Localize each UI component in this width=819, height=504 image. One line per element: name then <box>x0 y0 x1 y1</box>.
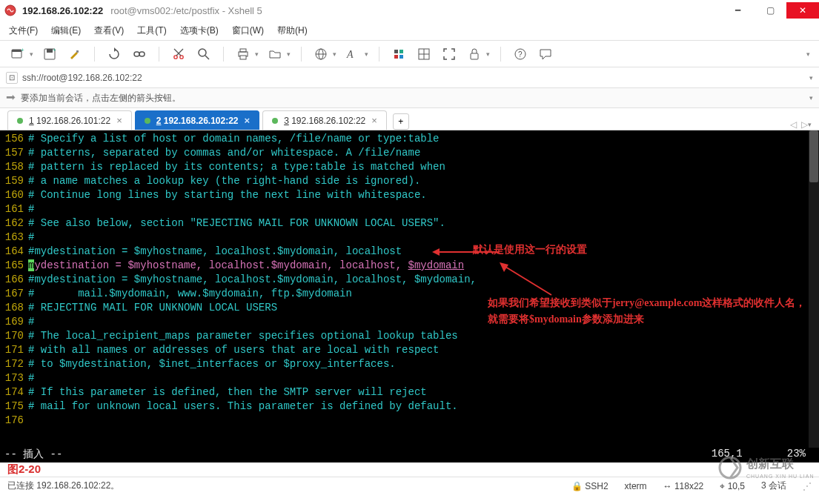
color-icon[interactable] <box>390 45 408 63</box>
status-dot-icon <box>272 118 278 124</box>
title-bar: 192.168.26.102:22 root@vms002:/etc/postf… <box>0 0 819 21</box>
title-path: root@vms002:/etc/postfix - Xshell 5 <box>110 5 262 16</box>
status-bar: 已连接 192.168.26.102:22。 🔒 SSH2 xterm ↔ 11… <box>0 477 819 494</box>
menu-help[interactable]: 帮助(H) <box>277 24 308 37</box>
tabs-next-icon[interactable]: ▷ <box>801 119 808 130</box>
hint-bar: ⮕ 要添加当前会话，点击左侧的箭头按钮。 ▾ <box>0 87 819 108</box>
toolbar-overflow[interactable]: ▾ <box>806 50 810 58</box>
svg-point-10 <box>174 55 177 58</box>
menu-tabs[interactable]: 选项卡(B) <box>180 24 219 37</box>
tabs-prev-icon[interactable]: ◁ <box>790 119 797 130</box>
svg-rect-23 <box>394 55 398 59</box>
svg-rect-24 <box>399 55 403 59</box>
search-icon[interactable] <box>195 45 213 63</box>
svg-rect-22 <box>399 50 403 53</box>
tab-3[interactable]: 3 192.168.26.102:22 × <box>262 110 387 130</box>
menu-tools[interactable]: 工具(T) <box>137 24 166 37</box>
close-icon[interactable]: × <box>116 115 122 126</box>
status-term: xterm <box>625 481 647 491</box>
lock-icon[interactable] <box>465 45 483 63</box>
app-icon <box>4 4 16 16</box>
close-icon[interactable]: × <box>245 115 251 126</box>
svg-rect-7 <box>76 50 79 53</box>
chat-icon[interactable] <box>537 45 554 63</box>
terminal-plus-icon[interactable]: + <box>9 45 27 63</box>
hint-overflow[interactable]: ▾ <box>809 94 813 102</box>
menu-bar: 文件(F) 编辑(E) 查看(V) 工具(T) 选项卡(B) 窗口(W) 帮助(… <box>0 21 819 40</box>
svg-text:+: + <box>21 47 24 53</box>
terminal-content[interactable]: # Specify a list of host or domain names… <box>28 130 819 448</box>
brush-icon[interactable] <box>66 45 84 63</box>
svg-text:+: + <box>53 47 56 53</box>
menu-window[interactable]: 窗口(W) <box>232 24 264 37</box>
svg-text:创新互联: 创新互联 <box>746 457 795 470</box>
close-button[interactable]: ✕ <box>786 2 819 19</box>
svg-rect-9 <box>139 52 145 56</box>
svg-rect-5 <box>47 49 53 53</box>
address-overflow[interactable]: ▾ <box>809 74 813 82</box>
line-gutter: 1561571581591601611621631641651661671681… <box>0 130 28 448</box>
scissors-icon[interactable] <box>170 45 188 63</box>
tab-2[interactable]: 2 192.168.26.102:22 × <box>135 110 259 130</box>
scrollbar-thumb[interactable] <box>809 130 818 182</box>
annotation-2: 如果我们希望接收到类似于jerry@example.com这样格式的收件人名，就… <box>488 295 806 328</box>
refresh-icon[interactable] <box>105 45 123 63</box>
new-tab-button[interactable]: + <box>393 113 409 130</box>
scrollbar[interactable] <box>809 130 819 448</box>
svg-rect-8 <box>134 52 139 56</box>
address-icon[interactable]: ⊡ <box>6 72 18 84</box>
address-input[interactable]: ssh://root@192.168.26.102:22 <box>22 73 809 83</box>
title-host: 192.168.26.102:22 <box>22 5 103 16</box>
menu-view[interactable]: 查看(V) <box>94 24 124 37</box>
svg-rect-15 <box>240 49 246 52</box>
save-icon[interactable]: + <box>41 45 59 63</box>
status-ssh: 🔒 SSH2 <box>571 481 609 491</box>
status-dot-icon <box>17 118 23 124</box>
font-icon[interactable]: A <box>344 45 362 63</box>
connection-status: 已连接 192.168.26.102:22。 <box>7 480 119 492</box>
grid-icon[interactable] <box>415 45 433 63</box>
fullscreen-icon[interactable] <box>440 45 458 63</box>
svg-point-12 <box>199 49 206 56</box>
vim-mode: -- 插入 -- <box>4 448 62 462</box>
tab-1[interactable]: 1 192.168.26.101:22 × <box>7 110 132 130</box>
menu-edit[interactable]: 编辑(E) <box>51 24 81 37</box>
vim-status-line: -- 插入 -- 165,1 23% <box>0 448 819 462</box>
svg-line-13 <box>205 56 209 59</box>
annotation-1: 默认是使用这一行的设置 <box>473 242 587 258</box>
address-bar: ⊡ ssh://root@192.168.26.102:22 ▾ <box>0 67 819 87</box>
figure-label: 图2-20 <box>0 461 48 477</box>
svg-text:?: ? <box>518 50 523 59</box>
maximize-button[interactable]: ▢ <box>754 2 786 19</box>
menu-file[interactable]: 文件(F) <box>9 24 38 37</box>
status-size: ↔ 118x22 <box>663 481 704 491</box>
svg-rect-16 <box>240 56 246 59</box>
help-icon[interactable]: ? <box>511 45 529 63</box>
status-dot-icon <box>145 118 150 124</box>
tabs-overflow[interactable]: ▾ <box>808 121 812 128</box>
globe-icon[interactable] <box>312 45 330 63</box>
svg-point-11 <box>180 55 183 58</box>
svg-text:CHUANG XIN HU LIAN: CHUANG XIN HU LIAN <box>746 474 815 479</box>
terminal[interactable]: 1561571581591601611621631641651661671681… <box>0 130 819 448</box>
watermark-logo: 创新互联 CHUANG XIN HU LIAN <box>718 453 815 485</box>
svg-rect-28 <box>471 53 478 59</box>
tab-strip: 1 192.168.26.101:22 × 2 192.168.26.102:2… <box>0 108 819 130</box>
close-icon[interactable]: × <box>371 115 377 126</box>
svg-rect-21 <box>394 50 398 53</box>
hint-text: 要添加当前会话，点击左侧的箭头按钮。 <box>21 92 181 105</box>
folder-icon[interactable] <box>266 45 284 63</box>
minimize-button[interactable]: ━ <box>721 2 754 19</box>
svg-text:A: A <box>346 49 354 60</box>
toolbar: +▾ + ▾ ▾ ▾ A▾ ▾ ? ▾ <box>0 40 819 67</box>
hint-arrow-icon[interactable]: ⮕ <box>6 92 16 104</box>
figure-label-row: 图2-20 <box>0 462 819 477</box>
print-icon[interactable] <box>234 45 252 63</box>
link-icon[interactable] <box>130 45 148 63</box>
